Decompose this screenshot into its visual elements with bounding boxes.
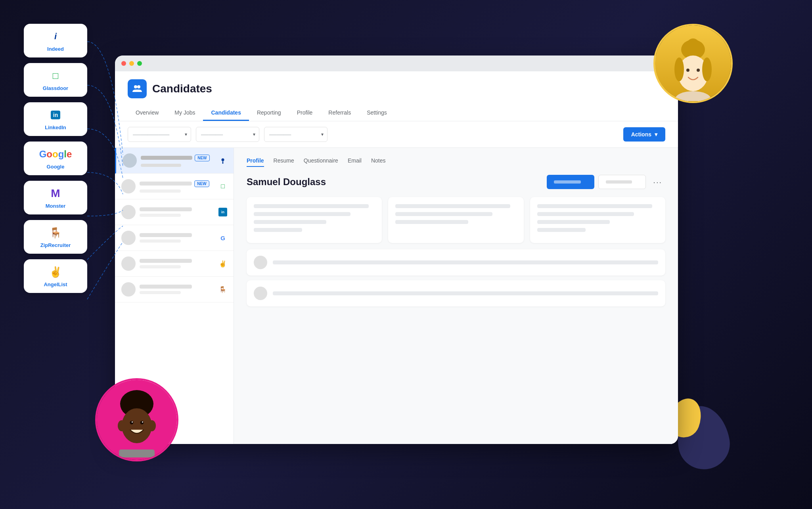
filter-2-select[interactable]: ──────	[196, 127, 259, 142]
browser-close-button[interactable]	[121, 61, 126, 66]
card-line	[395, 220, 468, 224]
svg-point-19	[222, 159, 224, 161]
filter-2-wrapper: ──────	[196, 127, 259, 142]
new-badge: NEW	[195, 155, 209, 161]
profile-tab-resume[interactable]: Resume	[274, 157, 294, 167]
svg-point-15	[142, 421, 143, 423]
candidate-item[interactable]: NEW	[115, 148, 234, 174]
browser-minimize-button[interactable]	[129, 61, 134, 66]
tab-myjobs[interactable]: My Jobs	[167, 105, 203, 121]
profile-card-1	[247, 197, 382, 243]
google-label: Google	[47, 164, 65, 170]
source-card-linkedin[interactable]: in LinkedIn	[24, 102, 87, 136]
row-avatar	[254, 256, 267, 269]
source-card-ziprecruiter[interactable]: 🪑 ZipRecruiter	[24, 220, 87, 254]
source-icon-glassdoor: □	[218, 182, 227, 191]
svg-point-3	[674, 57, 684, 81]
source-card-indeed[interactable]: i Indeed	[24, 24, 87, 57]
avatar	[121, 282, 136, 297]
source-card-angellist[interactable]: ✌️ AngelList	[24, 259, 87, 293]
avatar	[121, 231, 136, 245]
candidate-info	[140, 285, 214, 294]
candidate-item[interactable]: in	[115, 199, 234, 225]
avatar	[121, 256, 136, 271]
card-line	[254, 228, 302, 232]
candidate-item[interactable]: ✌️	[115, 251, 234, 277]
linkedin-label: LinkedIn	[45, 124, 66, 130]
profile-panel: Profile Resume Questionnaire Email Notes…	[234, 148, 678, 444]
profile-tab-notes[interactable]: Notes	[371, 157, 386, 167]
svg-rect-16	[119, 450, 155, 457]
svg-point-12	[130, 421, 134, 425]
svg-point-18	[137, 85, 140, 88]
filter-1-select[interactable]: ──────────	[128, 127, 191, 142]
app-header: Candidates Overview My Jobs Candidates R…	[115, 71, 678, 121]
card-line	[395, 204, 510, 208]
svg-point-1	[687, 38, 699, 51]
tab-settings[interactable]: Settings	[359, 105, 395, 121]
more-options-button[interactable]: ···	[650, 176, 665, 188]
actions-chevron-icon: ▾	[655, 131, 657, 138]
app-title-row: Candidates	[128, 79, 665, 98]
profile-tab-questionnaire[interactable]: Questionnaire	[304, 157, 338, 167]
card-line	[254, 204, 369, 208]
profile-row-card-1	[247, 249, 665, 276]
browser-chrome	[115, 55, 678, 71]
candidate-info	[140, 259, 214, 268]
monster-icon: M	[48, 186, 63, 201]
svg-point-10	[118, 420, 126, 431]
card-line	[537, 220, 610, 224]
filter-3-select[interactable]: ──────	[264, 127, 327, 142]
candidate-info: NEW	[140, 180, 214, 193]
profile-tab-email[interactable]: Email	[348, 157, 362, 167]
candidate-item[interactable]: NEW □	[115, 174, 234, 199]
browser-window: Candidates Overview My Jobs Candidates R…	[115, 55, 678, 444]
tab-referrals[interactable]: Referrals	[320, 105, 359, 121]
google-icon: Google	[48, 147, 63, 161]
browser-maximize-button[interactable]	[137, 61, 142, 66]
row-avatar	[254, 287, 267, 300]
candidate-info	[140, 233, 214, 243]
filters-bar: ────────── ────── ────── Actions ▾	[115, 121, 678, 148]
source-card-google[interactable]: Google Google	[24, 142, 87, 175]
candidate-item[interactable]: G	[115, 225, 234, 251]
app-icon	[128, 79, 147, 98]
secondary-action-button[interactable]	[598, 175, 646, 189]
avatar	[121, 205, 136, 219]
primary-action-button[interactable]	[547, 175, 594, 189]
tab-reporting[interactable]: Reporting	[249, 105, 289, 121]
card-line	[537, 212, 634, 216]
indeed-label: Indeed	[47, 46, 64, 52]
profile-row-card-2	[247, 280, 665, 306]
source-card-monster[interactable]: M Monster	[24, 181, 87, 214]
svg-point-5	[686, 69, 689, 72]
avatar-top-right	[653, 24, 733, 103]
content-wrapper: NEW	[115, 148, 678, 444]
svg-point-9	[122, 408, 152, 443]
svg-point-14	[132, 421, 133, 423]
profile-card-2	[388, 197, 523, 243]
actions-label: Actions	[631, 131, 651, 138]
svg-point-11	[148, 420, 156, 431]
source-icon-indeed	[218, 156, 227, 165]
angellist-icon: ✌️	[48, 265, 63, 279]
new-badge: NEW	[194, 180, 209, 187]
svg-point-4	[702, 57, 712, 81]
linkedin-icon: in	[48, 108, 63, 122]
glassdoor-label: Glassdoor	[43, 85, 68, 91]
tab-overview[interactable]: Overview	[128, 105, 167, 121]
tab-candidates[interactable]: Candidates	[203, 105, 249, 121]
indeed-icon: i	[48, 29, 63, 44]
page-title: Candidates	[152, 82, 212, 95]
ziprecruiter-label: ZipRecruiter	[40, 242, 71, 248]
source-cards-panel: i Indeed □ Glassdoor in LinkedIn Google …	[24, 24, 87, 293]
candidate-item[interactable]: 🪑	[115, 277, 234, 302]
candidate-info: NEW	[141, 155, 214, 167]
glassdoor-icon: □	[48, 69, 63, 83]
tab-profile[interactable]: Profile	[289, 105, 321, 121]
actions-button[interactable]: Actions ▾	[623, 127, 665, 142]
profile-tab-profile[interactable]: Profile	[247, 157, 264, 167]
source-card-glassdoor[interactable]: □ Glassdoor	[24, 63, 87, 97]
candidate-name: Samuel Douglass	[247, 176, 326, 188]
angellist-label: AngelList	[44, 281, 67, 287]
